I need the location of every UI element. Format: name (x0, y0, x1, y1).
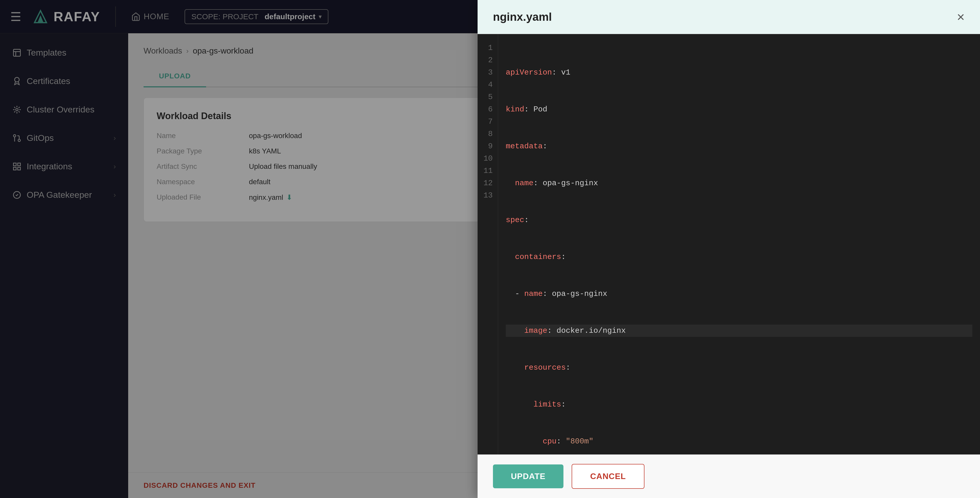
modal-overlay: nginx.yaml × 1 2 3 4 5 6 7 8 9 10 11 12 … (0, 0, 980, 498)
line-num-1: 1 (483, 42, 493, 54)
code-line-6: containers: (506, 251, 972, 263)
code-editor[interactable]: 1 2 3 4 5 6 7 8 9 10 11 12 13 apiVersion… (477, 34, 980, 454)
code-line-2: kind: Pod (506, 103, 972, 116)
cancel-button[interactable]: CANCEL (572, 464, 644, 489)
line-num-9: 9 (483, 140, 493, 152)
line-num-12: 12 (483, 177, 493, 189)
code-line-10: limits: (506, 398, 972, 411)
line-num-7: 7 (483, 116, 493, 128)
yaml-editor-modal: nginx.yaml × 1 2 3 4 5 6 7 8 9 10 11 12 … (477, 0, 980, 498)
code-line-5: spec: (506, 214, 972, 226)
code-line-7: - name: opa-gs-nginx (506, 288, 972, 300)
code-line-9: resources: (506, 362, 972, 374)
line-num-13: 13 (483, 189, 493, 201)
code-line-1: apiVersion: v1 (506, 67, 972, 79)
modal-close-button[interactable]: × (957, 10, 965, 24)
line-num-3: 3 (483, 67, 493, 79)
modal-title: nginx.yaml (493, 11, 552, 23)
line-num-11: 11 (483, 165, 493, 177)
line-num-8: 8 (483, 128, 493, 140)
line-num-10: 10 (483, 152, 493, 165)
line-numbers: 1 2 3 4 5 6 7 8 9 10 11 12 13 (477, 34, 498, 454)
modal-header: nginx.yaml × (477, 0, 980, 34)
code-content[interactable]: apiVersion: v1 kind: Pod metadata: name:… (498, 34, 980, 454)
line-num-2: 2 (483, 54, 493, 67)
code-line-4: name: opa-gs-nginx (506, 177, 972, 189)
code-line-8: image: docker.io/nginx (506, 325, 972, 337)
line-num-5: 5 (483, 91, 493, 103)
modal-footer: UPDATE CANCEL (477, 454, 980, 498)
update-button[interactable]: UPDATE (493, 465, 563, 488)
line-num-4: 4 (483, 79, 493, 91)
line-num-6: 6 (483, 103, 493, 116)
code-line-11: cpu: "800m" (506, 435, 972, 447)
code-line-3: metadata: (506, 140, 972, 152)
